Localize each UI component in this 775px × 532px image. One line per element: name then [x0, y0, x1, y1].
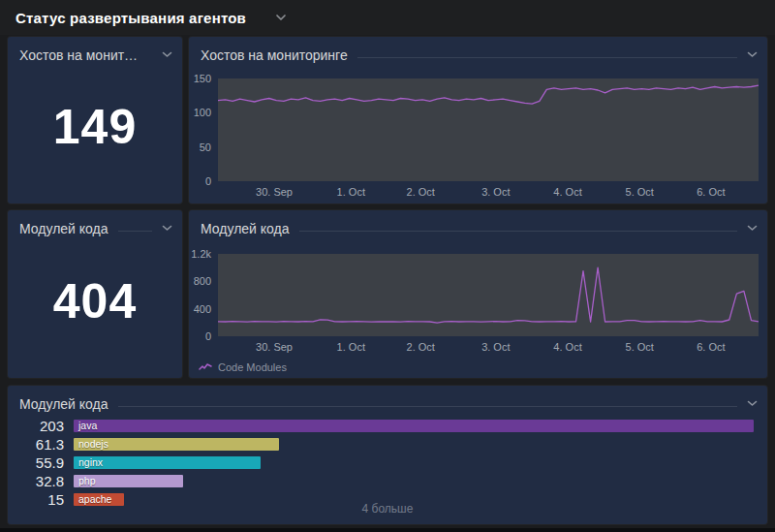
dashboard-row-title: Статус развертывания агентов: [16, 10, 246, 26]
svg-text:1.2k: 1.2k: [191, 248, 211, 260]
panel-title-divider: [118, 406, 737, 407]
chevron-down-icon[interactable]: [747, 400, 758, 407]
svg-text:50: 50: [200, 141, 211, 153]
svg-text:5. Oct: 5. Oct: [626, 341, 654, 353]
bar-category-label: nginx: [74, 456, 103, 469]
svg-text:150: 150: [194, 73, 211, 84]
bar-nginx[interactable]: nginx: [74, 456, 261, 469]
dashboard-row-header[interactable]: Статус развертывания агентов: [0, 0, 775, 35]
panel-title: Модулей кода: [19, 396, 108, 412]
bar-row-nodejs: 61.3nodejs: [17, 435, 754, 454]
panel-modules-bar: Модулей кода 203java61.3nodejs55.9nginx3…: [8, 386, 767, 524]
svg-text:0: 0: [205, 330, 211, 342]
more-series-label: 4 больше: [8, 502, 767, 516]
bar-category-label: php: [74, 475, 96, 487]
window-bottom-edge: [0, 528, 775, 532]
panel-hosts-stat: Хостов на монито... 149: [8, 37, 182, 203]
stat-value-hosts: 149: [8, 50, 182, 203]
bar-track: nginx: [74, 456, 754, 469]
svg-text:3. Oct: 3. Oct: [481, 341, 510, 353]
bar-category-label: java: [74, 420, 97, 432]
hosts-line-chart[interactable]: 05010015030. Sep1. Oct2. Oct3. Oct4. Oct…: [189, 37, 767, 203]
bar-value-label: 32.8: [17, 473, 64, 489]
bar-nodejs[interactable]: nodejs: [74, 438, 279, 451]
stat-value-modules: 404: [8, 224, 182, 378]
svg-text:1. Oct: 1. Oct: [337, 186, 365, 198]
chart-legend[interactable]: Code Modules: [199, 361, 287, 373]
bar-track: nodejs: [74, 438, 754, 451]
svg-text:1. Oct: 1. Oct: [337, 341, 365, 353]
svg-text:800: 800: [194, 275, 211, 287]
legend-series-label[interactable]: Code Modules: [218, 361, 287, 373]
legend-series-icon: [199, 361, 212, 373]
svg-text:400: 400: [194, 303, 211, 315]
bar-php[interactable]: php: [74, 475, 183, 487]
bar-category-label: nodejs: [74, 438, 108, 451]
svg-text:5. Oct: 5. Oct: [626, 186, 654, 198]
panel-hosts-chart: Хостов на мониторинге 05010015030. Sep1.…: [189, 37, 767, 203]
bar-row-nginx: 55.9nginx: [17, 454, 754, 472]
bar-value-label: 203: [17, 418, 64, 434]
bar-row-java: 203java: [17, 417, 754, 435]
chevron-down-icon[interactable]: [275, 14, 287, 21]
svg-text:30. Sep: 30. Sep: [256, 341, 293, 353]
svg-text:0: 0: [205, 175, 211, 187]
bar-row-php: 32.8php: [17, 472, 754, 490]
bar-value-label: 61.3: [17, 436, 64, 453]
svg-text:30. Sep: 30. Sep: [256, 186, 293, 198]
bar-track: php: [74, 475, 754, 487]
panel-modules-chart: Модулей кода 04008001.2k30. Sep1. Oct2. …: [189, 210, 767, 378]
bar-track: java: [74, 420, 754, 432]
panel-modules-stat: Модулей кода 404: [8, 210, 182, 378]
bar-value-label: 55.9: [17, 454, 64, 471]
svg-text:3. Oct: 3. Oct: [481, 186, 510, 198]
svg-text:2. Oct: 2. Oct: [407, 186, 435, 198]
svg-text:6. Oct: 6. Oct: [697, 341, 725, 353]
svg-text:6. Oct: 6. Oct: [697, 186, 725, 198]
svg-text:100: 100: [194, 107, 211, 118]
svg-text:4. Oct: 4. Oct: [553, 341, 581, 353]
modules-line-chart[interactable]: 04008001.2k30. Sep1. Oct2. Oct3. Oct4. O…: [189, 210, 767, 378]
svg-text:4. Oct: 4. Oct: [553, 186, 581, 198]
bar-java[interactable]: java: [74, 420, 754, 432]
svg-text:2. Oct: 2. Oct: [407, 341, 435, 353]
panel-header[interactable]: Модулей кода: [8, 391, 767, 417]
bar-chart: 203java61.3nodejs55.9nginx32.8php15apach…: [17, 417, 754, 509]
